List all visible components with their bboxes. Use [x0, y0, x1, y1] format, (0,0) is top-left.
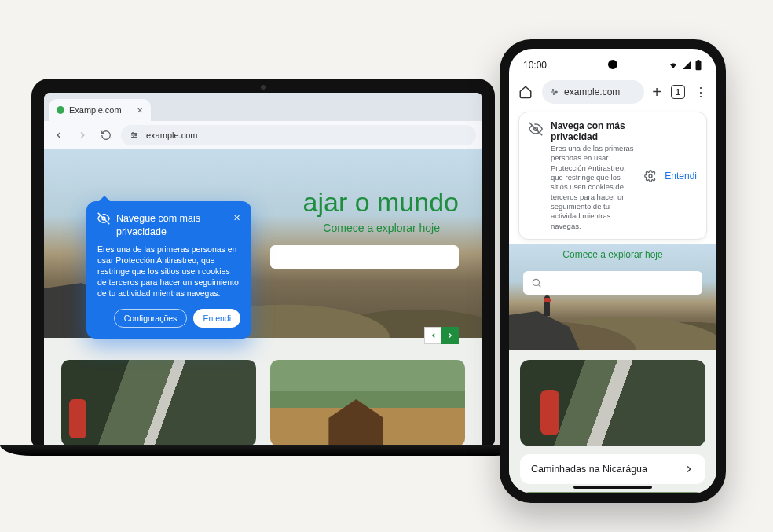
phone-camera	[608, 60, 617, 69]
privacy-popover: Navegue com mais privacidade ✕ Eres una …	[86, 201, 251, 339]
phone-content-list: Caminhadas na Nicarágua	[509, 350, 716, 493]
phone-hero-search[interactable]	[523, 271, 702, 295]
back-button[interactable]	[50, 127, 68, 144]
laptop-base	[0, 445, 526, 456]
list-thumbnail[interactable]	[520, 492, 705, 493]
phone-screen: 10:00 example.com	[509, 49, 716, 493]
svg-point-0	[132, 133, 134, 134]
card-body: Eres una de las primeras personas en usa…	[551, 144, 636, 231]
tab-count: 1	[676, 88, 680, 97]
tab-close-icon[interactable]: ✕	[137, 106, 143, 115]
thumbnail-row	[44, 338, 482, 446]
svg-rect-4	[696, 61, 702, 70]
address-bar-text: example.com	[146, 130, 197, 140]
list-thumbnail[interactable]	[520, 360, 705, 446]
phone-address-bar[interactable]: example.com	[542, 80, 644, 104]
list-item[interactable]: Caminhadas na Nicarágua	[520, 454, 705, 484]
phone-hero-subtitle: Comece a explorar hoje	[509, 249, 716, 260]
browser-tab[interactable]: Example.com ✕	[49, 99, 151, 121]
gear-icon[interactable]	[644, 170, 657, 182]
overflow-menu-icon[interactable]: ⋮	[694, 85, 707, 100]
eye-off-icon	[97, 212, 110, 225]
popover-close-icon[interactable]: ✕	[233, 212, 240, 224]
page-content: ajar o mundo Comece a explorar hoje	[44, 149, 482, 446]
forward-button[interactable]	[74, 127, 91, 144]
svg-point-2	[133, 137, 134, 138]
laptop-camera	[261, 85, 266, 90]
home-indicator[interactable]	[573, 486, 652, 489]
search-icon	[531, 277, 542, 288]
phone-hero-banner: Comece a explorar hoje	[509, 244, 716, 350]
popover-confirm-button[interactable]: Entendi	[193, 309, 240, 328]
eye-off-icon	[529, 120, 543, 231]
card-confirm-button[interactable]: Entendi	[665, 171, 697, 182]
site-settings-icon[interactable]	[550, 87, 559, 97]
svg-point-6	[552, 90, 554, 91]
phone-toolbar: example.com + 1 ⋮	[509, 77, 716, 110]
chevron-right-icon	[683, 464, 694, 475]
svg-point-1	[135, 134, 137, 136]
svg-point-7	[555, 91, 557, 93]
chrome-toolbar: example.com	[44, 121, 482, 149]
wifi-icon	[668, 61, 679, 70]
hero-subtitle: Comece a explorar hoje	[323, 222, 440, 234]
popover-title: Navegue com mais privacidade	[116, 212, 227, 239]
list-item-label: Caminhadas na Nicarágua	[531, 464, 647, 475]
tab-favicon	[57, 106, 64, 114]
carousel-controls	[424, 327, 459, 344]
carousel-prev-button[interactable]	[424, 327, 441, 344]
battery-icon	[694, 60, 702, 71]
status-time: 10:00	[523, 60, 547, 71]
svg-point-11	[533, 279, 539, 285]
svg-point-8	[553, 94, 555, 95]
laptop-screen: Example.com ✕ exam	[44, 93, 482, 446]
hero-search-input[interactable]	[270, 245, 459, 269]
thumbnail-card[interactable]	[270, 360, 465, 446]
hero-title: ajar o mundo	[303, 187, 459, 218]
carousel-next-button[interactable]	[441, 327, 459, 344]
svg-point-10	[649, 174, 652, 178]
phone-url-text: example.com	[564, 86, 620, 97]
tab-title: Example.com	[69, 105, 122, 115]
privacy-card: Navega con más privacidad Eres una de la…	[518, 112, 707, 240]
card-title: Navega con más privacidad	[551, 120, 636, 142]
svg-rect-5	[698, 60, 700, 61]
address-bar[interactable]: example.com	[121, 125, 476, 145]
thumbnail-card[interactable]	[61, 360, 256, 446]
phone-device: 10:00 example.com	[500, 39, 726, 503]
reload-button[interactable]	[97, 127, 115, 144]
popover-settings-button[interactable]: Configurações	[114, 309, 188, 328]
chrome-tabstrip: Example.com ✕	[44, 93, 482, 121]
home-icon[interactable]	[518, 85, 534, 99]
site-settings-icon[interactable]	[129, 130, 140, 141]
tab-switcher-button[interactable]: 1	[671, 85, 685, 99]
popover-body: Eres una de las primeras personas en usa…	[97, 244, 240, 299]
laptop-device: Example.com ✕ exam	[31, 79, 495, 446]
signal-icon	[681, 61, 692, 70]
new-tab-icon[interactable]: +	[652, 83, 661, 101]
